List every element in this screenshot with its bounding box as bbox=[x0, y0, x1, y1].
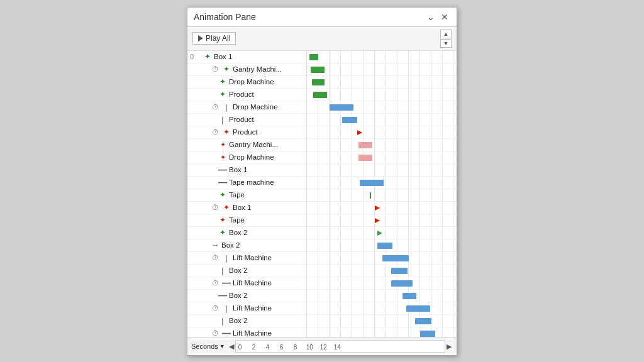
animation-pane: Animation Pane ⌄ ✕ Play All ▲ ▼ 0 ✦ Box … bbox=[187, 7, 457, 356]
timeline-row bbox=[307, 252, 457, 265]
ruler-tick-12: 12 bbox=[320, 344, 327, 351]
animation-bar[interactable] bbox=[420, 331, 435, 337]
clock-icon: ⏱ bbox=[210, 64, 220, 74]
close-icon[interactable]: ✕ bbox=[439, 11, 450, 23]
list-item[interactable]: — Tape machine bbox=[187, 177, 306, 189]
play-all-label: Play All bbox=[206, 34, 230, 43]
list-item[interactable]: ✦ Drop Machine bbox=[187, 76, 306, 89]
list-item[interactable]: ✦ Box 2 bbox=[187, 227, 306, 239]
list-item[interactable]: ⏱ — Lift Machine bbox=[187, 277, 306, 290]
animation-bar[interactable] bbox=[312, 79, 325, 85]
animation-tick bbox=[370, 192, 371, 199]
labels-column: 0 ✦ Box 1 ⏱ ✦ Gantry Machi... ✦ Drop Mac… bbox=[187, 51, 307, 337]
list-item[interactable]: ✦ Tape bbox=[187, 189, 306, 202]
header-icons: ⌄ ✕ bbox=[425, 11, 450, 23]
animation-bar[interactable] bbox=[342, 117, 357, 123]
ruler-right-arrow[interactable]: ▶ bbox=[445, 343, 453, 351]
timeline-row bbox=[307, 277, 457, 290]
list-item[interactable]: ✦ Gantry Machi... bbox=[187, 139, 306, 151]
animation-bar[interactable] bbox=[377, 243, 392, 249]
star-red-icon: ✦ bbox=[221, 127, 231, 137]
dash-icon: — bbox=[221, 328, 231, 337]
clock-icon: ⏱ bbox=[210, 278, 220, 288]
panel-title: Animation Pane bbox=[194, 12, 256, 22]
star-green-icon: ✦ bbox=[218, 228, 228, 238]
list-item[interactable]: ⏱ | Lift Machine bbox=[187, 302, 306, 315]
list-item[interactable]: | Product bbox=[187, 114, 306, 126]
star-green-icon: ✦ bbox=[218, 89, 228, 99]
minimize-icon[interactable]: ⌄ bbox=[425, 11, 436, 23]
animation-bar[interactable] bbox=[382, 255, 409, 261]
timeline-row bbox=[307, 327, 457, 337]
list-item[interactable]: → Box 2 bbox=[187, 239, 306, 252]
ruler-tick-0: 0 bbox=[238, 344, 242, 351]
list-item[interactable]: ✦ Product bbox=[187, 89, 306, 101]
ruler-tick-10: 10 bbox=[306, 344, 313, 351]
list-item[interactable]: ⏱ — Lift Machine bbox=[187, 327, 306, 337]
clock-icon: ⏱ bbox=[210, 202, 220, 212]
timeline-row bbox=[307, 76, 457, 89]
animation-arrow[interactable] bbox=[357, 130, 362, 135]
list-item[interactable]: ⏱ | Lift Machine bbox=[187, 252, 306, 265]
star-green-icon: ✦ bbox=[218, 77, 228, 87]
animation-bar[interactable] bbox=[415, 318, 431, 324]
star-green-icon: ✦ bbox=[203, 52, 213, 62]
move-down-button[interactable]: ▼ bbox=[440, 39, 452, 48]
timeline-row bbox=[307, 315, 457, 327]
animation-bar[interactable] bbox=[391, 280, 413, 287]
list-item[interactable]: ⏱ ✦ Product bbox=[187, 126, 306, 139]
timeline-row bbox=[307, 189, 457, 202]
list-item[interactable]: | Box 2 bbox=[187, 315, 306, 327]
vbar-icon: | bbox=[221, 303, 231, 313]
timeline-row bbox=[307, 139, 457, 151]
timeline-row bbox=[307, 290, 457, 302]
list-item[interactable]: | Box 2 bbox=[187, 265, 306, 277]
star-green-icon: ✦ bbox=[221, 64, 231, 74]
animation-bar[interactable] bbox=[309, 54, 318, 60]
animation-bar[interactable] bbox=[402, 293, 416, 299]
timeline-row bbox=[307, 89, 457, 101]
animation-arrow[interactable] bbox=[375, 206, 380, 211]
list-item[interactable]: 0 ✦ Box 1 bbox=[187, 51, 306, 63]
animation-bar[interactable] bbox=[330, 104, 353, 111]
list-item[interactable]: ⏱ ✦ Box 1 bbox=[187, 202, 306, 214]
ruler-tick-8: 8 bbox=[294, 344, 297, 351]
list-item[interactable]: — Box 1 bbox=[187, 164, 306, 177]
list-item[interactable]: ⏱ | Drop Machine bbox=[187, 101, 306, 114]
clock-icon: ⏱ bbox=[210, 328, 220, 337]
toolbar: Play All ▲ ▼ bbox=[187, 27, 457, 51]
clock-icon: ⏱ bbox=[210, 127, 220, 137]
animation-bar[interactable] bbox=[358, 155, 372, 161]
play-all-button[interactable]: Play All bbox=[192, 32, 236, 45]
seconds-dropdown[interactable]: Seconds ▼ bbox=[191, 343, 225, 350]
animation-bar[interactable] bbox=[406, 305, 430, 312]
animation-arrow[interactable] bbox=[377, 231, 382, 236]
ruler-tick-2: 2 bbox=[252, 344, 256, 351]
animation-bar[interactable] bbox=[313, 92, 327, 98]
move-green-icon: → bbox=[210, 240, 220, 250]
ruler-tick-14: 14 bbox=[334, 344, 341, 351]
ruler-tick-6: 6 bbox=[280, 344, 284, 351]
animation-bar[interactable] bbox=[358, 142, 372, 148]
list-item[interactable]: — Box 2 bbox=[187, 290, 306, 302]
seconds-label: Seconds bbox=[191, 343, 218, 350]
star-green-icon: ✦ bbox=[218, 190, 228, 200]
chevron-down-icon: ▼ bbox=[219, 343, 225, 349]
list-item[interactable]: ⏱ ✦ Gantry Machi... bbox=[187, 63, 306, 76]
animation-bar[interactable] bbox=[311, 67, 325, 73]
reorder-buttons: ▲ ▼ bbox=[440, 30, 452, 48]
animation-bar[interactable] bbox=[391, 268, 408, 274]
panel-header: Animation Pane ⌄ ✕ bbox=[187, 8, 457, 27]
dash-icon: — bbox=[221, 278, 231, 288]
star-red-icon: ✦ bbox=[218, 215, 228, 225]
animation-arrow[interactable] bbox=[375, 218, 380, 223]
move-red-icon: ✦ bbox=[218, 140, 228, 150]
list-item[interactable]: ✦ Drop Machine bbox=[187, 151, 306, 164]
timeline-row bbox=[307, 177, 457, 189]
move-up-button[interactable]: ▲ bbox=[440, 30, 452, 38]
list-item[interactable]: ✦ Tape bbox=[187, 214, 306, 227]
animation-bar[interactable] bbox=[360, 180, 384, 186]
clock-icon: ⏱ bbox=[210, 303, 220, 313]
timeline-row bbox=[307, 265, 457, 277]
ruler-left-arrow[interactable]: ◀ bbox=[228, 343, 235, 351]
